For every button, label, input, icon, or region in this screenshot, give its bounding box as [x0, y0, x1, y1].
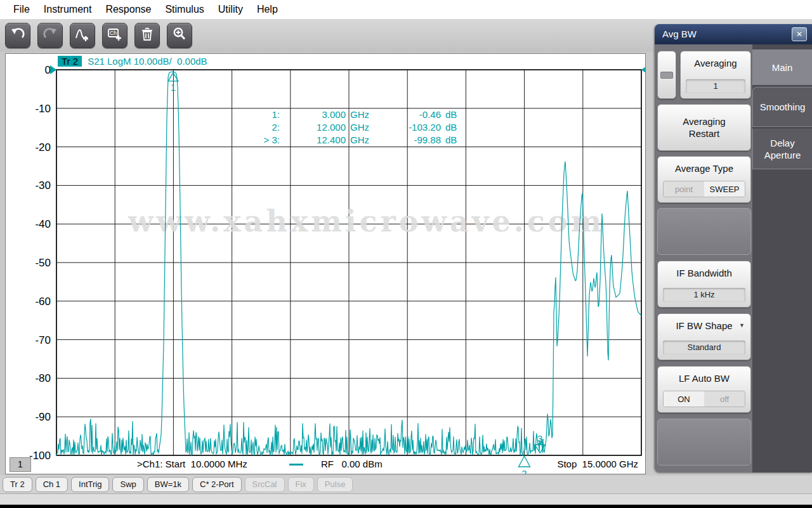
add-channel-icon: Ch: [107, 27, 122, 44]
average-type-point-option[interactable]: point: [664, 181, 704, 197]
statusbar-fix: Fix: [288, 477, 314, 492]
if-bandwidth-button[interactable]: IF Bandwidth 1 kHz: [657, 261, 751, 308]
tab-main[interactable]: Main: [752, 49, 812, 85]
average-type-label: Average Type: [658, 157, 750, 174]
zoom-in-icon: [172, 27, 187, 44]
statusbar-tr2[interactable]: Tr 2: [3, 477, 32, 492]
marker3-freq: 12.400: [280, 134, 346, 147]
averaging-toggle[interactable]: [657, 51, 676, 99]
redo-button[interactable]: [37, 23, 63, 48]
averaging-toggle-indicator: [660, 72, 673, 79]
if-bw-shape-button[interactable]: IF BW Shape ▼ Standard: [657, 313, 751, 360]
marker-3-label: 3: [537, 433, 542, 444]
message-strip: [0, 493, 812, 505]
marker1-freq: 3.000: [280, 108, 346, 121]
averaging-restart-button[interactable]: Averaging Restart: [657, 104, 751, 151]
marker3-freq-unit: GHz: [346, 134, 375, 147]
menu-file[interactable]: File: [6, 2, 37, 17]
panel-body: Main Smoothing Delay Aperture Averaging …: [655, 44, 812, 472]
statusbar-ch1[interactable]: Ch 1: [36, 477, 68, 492]
undo-icon: [10, 27, 25, 44]
undo-button[interactable]: [5, 23, 30, 48]
redo-icon: [43, 27, 58, 44]
marker1-index: 1:: [254, 108, 280, 121]
plot-container: 0-10-20-30-40-50-60-70-80-90-100 123 Tr …: [5, 53, 646, 474]
ref-level-arrow-left: [50, 65, 56, 74]
marker1-value: -0.46: [375, 108, 441, 121]
tab-smoothing[interactable]: Smoothing: [752, 87, 812, 127]
statusbar-swp[interactable]: Swp: [112, 477, 143, 492]
statusbar-bw[interactable]: BW=1k: [147, 477, 189, 492]
statusbar-cal-2port[interactable]: C* 2-Port: [192, 477, 241, 492]
menu-instrument[interactable]: Instrument: [37, 2, 99, 17]
if-bw-shape-label: IF BW Shape: [658, 314, 750, 332]
rf-power-label: RF 0.00 dBm: [321, 459, 383, 469]
if-bw-shape-value[interactable]: Standard: [663, 341, 745, 355]
marker-readout: 1: 3.000 GHz -0.46 dB 2: 12.000 GHz -103…: [254, 108, 460, 147]
chevron-down-icon: ▼: [739, 322, 745, 329]
lf-auto-bw-label: LF Auto BW: [658, 367, 750, 384]
status-tab-bar: Tr 2 Ch 1 IntTrig Swp BW=1k C* 2-Port Sr…: [0, 476, 812, 493]
trace-badge[interactable]: Tr 2: [58, 56, 82, 67]
channel-status-line: 1 >Ch1: Start 10.0000 MHz RF 0.00 dBm St…: [6, 459, 645, 474]
add-channel-button[interactable]: Ch: [102, 23, 128, 48]
panel-title: Avg BW: [662, 29, 697, 39]
trash-icon: [140, 27, 155, 44]
average-type-sweep-option[interactable]: SWEEP: [704, 181, 745, 197]
statusbar-pulse: Pulse: [317, 477, 353, 492]
close-icon[interactable]: ✕: [792, 27, 807, 41]
panel-title-bar: Avg BW ✕: [655, 24, 812, 44]
menu-stimulus[interactable]: Stimulus: [158, 2, 211, 17]
stop-frequency-label: Stop 15.0000 GHz: [488, 459, 638, 469]
average-type-button[interactable]: Average Type point SWEEP: [657, 156, 751, 203]
if-bandwidth-value[interactable]: 1 kHz: [663, 288, 745, 302]
statusbar-srccal: SrcCal: [245, 477, 285, 492]
lf-auto-bw-off-option[interactable]: off: [704, 391, 745, 407]
average-type-segmented: point SWEEP: [663, 181, 745, 197]
marker1-freq-unit: GHz: [346, 108, 375, 121]
menu-bar: File Instrument Response Stimulus Utilit…: [0, 0, 812, 19]
marker2-value: -103.20: [375, 121, 441, 134]
marker1-value-unit: dB: [441, 108, 460, 121]
menu-help[interactable]: Help: [250, 2, 285, 17]
ref-level-arrow-right: [641, 65, 645, 74]
averaging-label: Averaging: [681, 51, 750, 69]
tab-delay-aperture[interactable]: Delay Aperture: [752, 129, 812, 169]
add-trace-button[interactable]: [70, 23, 95, 48]
trace-format-label: S21 LogM 10.00dB/ 0.00dB: [88, 56, 207, 67]
menu-response[interactable]: Response: [98, 2, 158, 17]
delete-button[interactable]: [134, 23, 160, 48]
blank-softkey-2: [657, 419, 751, 466]
marker2-value-unit: dB: [441, 121, 460, 134]
channel-number-badge[interactable]: 1: [10, 457, 31, 472]
start-frequency-label: >Ch1: Start 10.0000 MHz: [137, 459, 247, 469]
avg-bw-panel: Avg BW ✕ Main Smoothing Delay Aperture A…: [655, 24, 812, 472]
trace-color-dash: [289, 464, 303, 466]
svg-text:Ch: Ch: [110, 30, 117, 36]
trace-header: Tr 2 S21 LogM 10.00dB/ 0.00dB: [58, 56, 207, 67]
marker2-freq: 12.000: [280, 121, 346, 134]
menu-utility[interactable]: Utility: [211, 2, 250, 17]
statusbar-inttrig[interactable]: IntTrig: [71, 477, 109, 492]
marker2-freq-unit: GHz: [346, 121, 375, 134]
lf-auto-bw-segmented: ON off: [663, 391, 745, 407]
averaging-button[interactable]: Averaging 1: [680, 51, 751, 99]
if-bandwidth-label: IF Bandwidth: [658, 261, 750, 279]
averaging-restart-label: Averaging Restart: [672, 105, 736, 150]
bottom-edge: [0, 505, 812, 508]
marker3-index: > 3:: [254, 134, 280, 147]
marker3-value-unit: dB: [441, 134, 460, 147]
add-trace-icon: [75, 27, 90, 44]
blank-softkey-1: [657, 208, 751, 255]
averaging-value[interactable]: 1: [686, 79, 745, 93]
marker3-value: -99.88: [375, 134, 441, 147]
lf-auto-bw-on-option[interactable]: ON: [664, 391, 704, 407]
marker-1-label: 1: [171, 82, 176, 93]
lf-auto-bw-button[interactable]: LF Auto BW ON off: [657, 366, 751, 413]
zoom-button[interactable]: [167, 23, 192, 48]
marker2-index: 2:: [254, 121, 280, 134]
